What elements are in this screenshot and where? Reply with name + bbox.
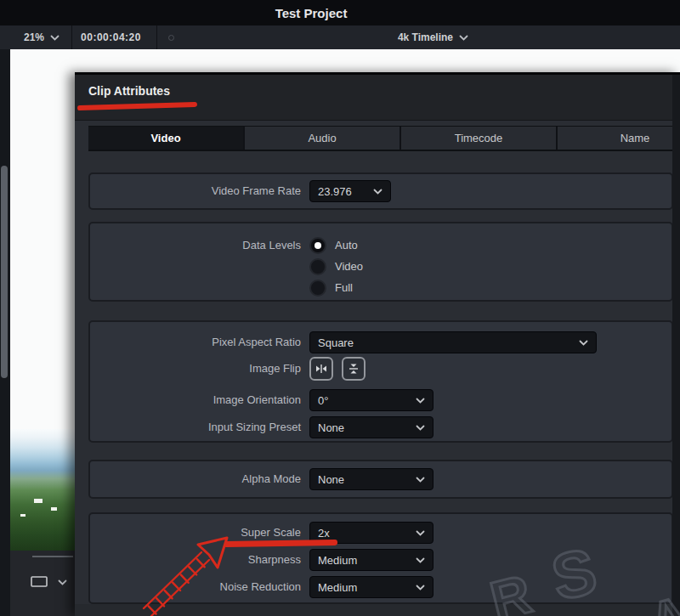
dialog-title: Clip Attributes bbox=[88, 84, 170, 98]
alpha-mode-label: Alpha Mode bbox=[90, 468, 301, 490]
radio-auto[interactable] bbox=[309, 237, 326, 254]
timecode-display[interactable]: 00:00:04:20 bbox=[72, 31, 156, 43]
window-titlebar: Test Project bbox=[0, 0, 680, 25]
annotation-arrow-icon bbox=[110, 501, 255, 616]
chevron-down-icon bbox=[416, 585, 425, 591]
tab-video[interactable]: Video bbox=[88, 127, 245, 150]
scrollbar[interactable] bbox=[1, 166, 8, 378]
chevron-down-icon bbox=[373, 189, 382, 195]
radio-video-label: Video bbox=[335, 256, 363, 278]
chevron-down-icon bbox=[416, 477, 425, 483]
alpha-mode-dropdown[interactable]: None bbox=[309, 468, 434, 490]
section-alpha-mode: Alpha Mode None bbox=[88, 460, 673, 499]
pixel-aspect-ratio-value: Square bbox=[318, 336, 354, 349]
section-frame-rate: Video Frame Rate 23.976 bbox=[88, 172, 673, 210]
image-flip-label: Image Flip bbox=[90, 357, 301, 381]
pixel-aspect-ratio-label: Pixel Aspect Ratio bbox=[90, 331, 301, 353]
frame-rate-dropdown[interactable]: 23.976 bbox=[309, 180, 391, 202]
frame-rate-label: Video Frame Rate bbox=[90, 180, 301, 202]
radio-video[interactable] bbox=[309, 258, 326, 275]
viewer-toolbar-bottom bbox=[10, 551, 82, 616]
image-orientation-label: Image Orientation bbox=[90, 389, 301, 411]
section-data-levels: Data Levels Auto Video Full bbox=[88, 222, 673, 302]
flip-vertical-button[interactable] bbox=[342, 357, 366, 381]
thumbnail-detail bbox=[20, 514, 26, 517]
input-sizing-preset-value: None bbox=[318, 421, 344, 434]
chevron-down-icon bbox=[579, 340, 588, 346]
zoom-level-dropdown[interactable]: 21% bbox=[0, 31, 71, 43]
super-scale-value: 2x bbox=[318, 527, 330, 540]
marker-dot-icon bbox=[157, 35, 186, 41]
left-panel-edge bbox=[0, 49, 10, 616]
alpha-mode-value: None bbox=[318, 473, 344, 486]
window-title: Test Project bbox=[275, 6, 405, 20]
input-sizing-preset-label: Input Sizing Preset bbox=[90, 416, 301, 438]
transform-icon bbox=[29, 574, 51, 590]
radio-auto-label: Auto bbox=[335, 235, 358, 257]
dialog-right-edge bbox=[672, 75, 680, 616]
chevron-down-icon bbox=[459, 35, 468, 41]
tab-name[interactable]: Name bbox=[558, 127, 680, 150]
dialog-tab-bar: Video Audio Timecode Name bbox=[88, 126, 680, 151]
flip-horizontal-icon bbox=[314, 362, 328, 376]
flip-horizontal-button[interactable] bbox=[309, 357, 333, 381]
dialog-header: Clip Attributes bbox=[75, 75, 680, 121]
transform-tool-button[interactable] bbox=[29, 574, 67, 590]
radio-full[interactable] bbox=[309, 280, 326, 297]
image-orientation-value: 0° bbox=[318, 394, 328, 407]
app-window: Test Project 21% 00:00:04:20 4k Timeline bbox=[0, 0, 680, 616]
radio-full-label: Full bbox=[335, 277, 353, 299]
thumbnail-detail bbox=[34, 499, 42, 503]
chevron-down-icon bbox=[58, 579, 67, 585]
tab-audio[interactable]: Audio bbox=[245, 127, 401, 150]
image-orientation-dropdown[interactable]: 0° bbox=[309, 389, 434, 411]
divider bbox=[32, 556, 73, 557]
chevron-down-icon bbox=[416, 557, 425, 563]
chevron-down-icon bbox=[416, 530, 425, 536]
chevron-down-icon bbox=[416, 425, 425, 431]
pixel-aspect-ratio-dropdown[interactable]: Square bbox=[309, 331, 597, 353]
data-levels-label: Data Levels bbox=[90, 235, 301, 257]
timeline-name: 4k Timeline bbox=[398, 31, 453, 43]
video-frame-thumbnail bbox=[10, 429, 75, 551]
input-sizing-preset-dropdown[interactable]: None bbox=[309, 416, 434, 438]
noise-reduction-dropdown[interactable]: Medium bbox=[309, 576, 434, 598]
chevron-down-icon bbox=[50, 35, 60, 41]
section-geometry: Pixel Aspect Ratio Square Image Flip bbox=[88, 320, 673, 443]
zoom-level-value: 21% bbox=[24, 31, 44, 43]
thumbnail-detail bbox=[51, 507, 57, 511]
viewer-toolbar-top: 21% 00:00:04:20 4k Timeline bbox=[0, 25, 680, 50]
timeline-selector-dropdown[interactable]: 4k Timeline bbox=[398, 31, 468, 43]
noise-reduction-value: Medium bbox=[318, 581, 357, 594]
flip-vertical-icon bbox=[347, 362, 360, 376]
chevron-down-icon bbox=[416, 398, 425, 404]
sharpness-dropdown[interactable]: Medium bbox=[309, 549, 434, 571]
sharpness-value: Medium bbox=[318, 554, 357, 567]
frame-rate-value: 23.976 bbox=[318, 185, 352, 198]
tab-timecode[interactable]: Timecode bbox=[401, 127, 558, 150]
